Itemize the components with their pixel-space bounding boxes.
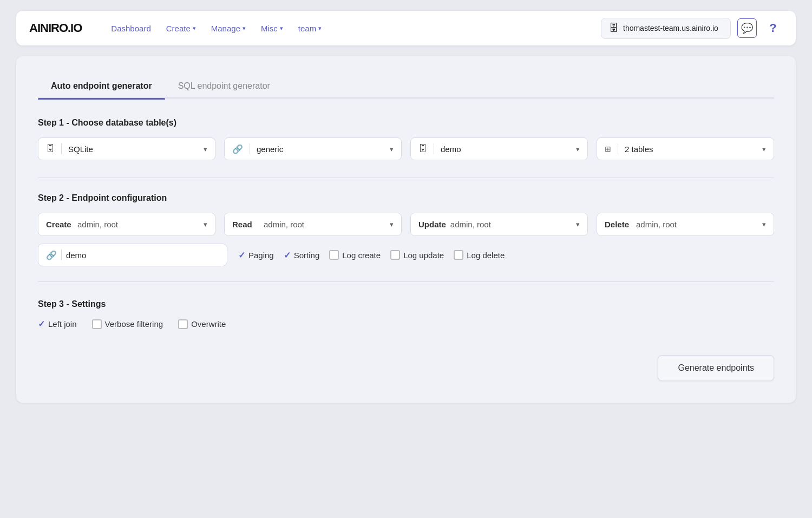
verbose-filtering-label: Verbose filtering bbox=[105, 319, 163, 329]
step1-dropdowns: 🗄 SQLite ▾ 🔗 generic ▾ 🗄 demo ▾ ⊞ 2 tab bbox=[38, 137, 774, 160]
question-icon: ? bbox=[769, 21, 776, 35]
sqlite-icon: 🗄 bbox=[46, 144, 55, 154]
log-delete-check[interactable]: Log delete bbox=[454, 250, 505, 260]
manage-chevron-icon: ▾ bbox=[243, 25, 246, 32]
sqlite-label: SQLite bbox=[68, 145, 93, 154]
step-divider-1 bbox=[38, 178, 774, 178]
read-chevron-icon: ▾ bbox=[390, 220, 394, 228]
tab-auto-endpoint[interactable]: Auto endpoint generator bbox=[38, 76, 165, 99]
log-delete-checkbox-icon bbox=[454, 250, 463, 260]
endpoint-input[interactable] bbox=[66, 251, 219, 260]
overwrite-label: Overwrite bbox=[191, 319, 226, 329]
generate-endpoints-button[interactable]: Generate endpoints bbox=[658, 355, 774, 381]
chat-button[interactable]: 💬 bbox=[737, 18, 757, 38]
paging-label: Paging bbox=[248, 251, 274, 260]
nav-misc[interactable]: Misc ▾ bbox=[256, 21, 289, 36]
update-value: admin, root bbox=[450, 220, 491, 229]
step2-section: Step 2 - Endpoint configuration Create a… bbox=[38, 193, 774, 266]
create-dropdown[interactable]: Create admin, root ▾ bbox=[38, 213, 215, 236]
team-chevron-icon: ▾ bbox=[318, 25, 322, 32]
log-create-check[interactable]: Log create bbox=[329, 250, 381, 260]
db-schema-dropdown[interactable]: 🔗 generic ▾ bbox=[224, 137, 402, 160]
link-icon: 🔗 bbox=[46, 250, 57, 260]
tab-sql-endpoint[interactable]: SQL endpoint generator bbox=[165, 76, 283, 99]
crud-dropdowns-row: Create admin, root ▾ Read admin, root ▾ … bbox=[38, 213, 774, 236]
endpoint-input-wrapper: 🔗 bbox=[38, 244, 227, 266]
tabs: Auto endpoint generator SQL endpoint gen… bbox=[38, 76, 774, 99]
tenant-label: thomastest-team.us.ainiro.io bbox=[623, 24, 718, 32]
tables-label: 2 tables bbox=[625, 145, 653, 154]
step3-section: Step 3 - Settings ✓ Left join Verbose fi… bbox=[38, 299, 774, 329]
nav-dashboard[interactable]: Dashboard bbox=[106, 21, 156, 36]
log-create-checkbox-icon bbox=[329, 250, 339, 260]
sqlite-chevron-icon: ▾ bbox=[204, 145, 207, 153]
database-icon: 🗄 bbox=[609, 23, 619, 34]
nav-team[interactable]: team ▾ bbox=[293, 21, 327, 36]
step3-heading: Step 3 - Settings bbox=[38, 299, 774, 309]
navbar: AINIRO.IO Dashboard Create ▾ Manage ▾ Mi… bbox=[16, 11, 796, 45]
left-join-checkmark-icon: ✓ bbox=[38, 319, 45, 329]
update-dropdown[interactable]: Update admin, root ▾ bbox=[410, 213, 588, 236]
misc-chevron-icon: ▾ bbox=[280, 25, 283, 32]
schema-chevron-icon: ▾ bbox=[390, 145, 394, 153]
separator bbox=[61, 250, 62, 260]
db-chevron-icon: ▾ bbox=[576, 145, 580, 153]
nav-manage[interactable]: Manage ▾ bbox=[206, 21, 251, 36]
db-name-dropdown[interactable]: 🗄 demo ▾ bbox=[410, 137, 588, 160]
tenant-selector[interactable]: 🗄 thomastest-team.us.ainiro.io bbox=[601, 18, 731, 39]
overwrite-check[interactable]: Overwrite bbox=[178, 319, 226, 329]
separator bbox=[250, 143, 250, 154]
log-create-label: Log create bbox=[342, 251, 381, 260]
tables-chevron-icon: ▾ bbox=[762, 145, 766, 153]
tables-dropdown[interactable]: ⊞ 2 tables ▾ bbox=[597, 137, 774, 160]
read-value: admin, root bbox=[264, 220, 304, 229]
logo: AINIRO.IO bbox=[29, 21, 82, 35]
log-update-label: Log update bbox=[403, 251, 444, 260]
step-divider-2 bbox=[38, 281, 774, 282]
sorting-label: Sorting bbox=[294, 251, 320, 260]
left-join-label: Left join bbox=[48, 319, 77, 329]
nav-create[interactable]: Create ▾ bbox=[161, 21, 201, 36]
chat-icon: 💬 bbox=[741, 22, 753, 34]
delete-label: Delete bbox=[605, 220, 632, 229]
help-button[interactable]: ? bbox=[763, 18, 783, 38]
step3-options-row: ✓ Left join Verbose filtering Overwrite bbox=[38, 319, 774, 329]
endpoint-options-row: 🔗 ✓ Paging ✓ Sorting Log create bbox=[38, 244, 774, 266]
nav-right: 🗄 thomastest-team.us.ainiro.io 💬 ? bbox=[601, 18, 783, 39]
verbose-filtering-check[interactable]: Verbose filtering bbox=[92, 319, 163, 329]
create-label: Create bbox=[46, 220, 73, 229]
delete-chevron-icon: ▾ bbox=[762, 220, 766, 228]
paging-check[interactable]: ✓ Paging bbox=[238, 250, 274, 260]
db-type-dropdown[interactable]: 🗄 SQLite ▾ bbox=[38, 137, 215, 160]
checkboxes-row: ✓ Paging ✓ Sorting Log create Log update bbox=[238, 250, 505, 260]
log-update-check[interactable]: Log update bbox=[390, 250, 444, 260]
nav-links: Dashboard Create ▾ Manage ▾ Misc ▾ team … bbox=[106, 21, 584, 36]
update-label: Update bbox=[418, 220, 446, 229]
log-update-checkbox-icon bbox=[390, 250, 400, 260]
schema-icon: 🔗 bbox=[232, 144, 243, 154]
update-chevron-icon: ▾ bbox=[576, 220, 580, 228]
main-card: Auto endpoint generator SQL endpoint gen… bbox=[16, 56, 796, 403]
schema-label: generic bbox=[257, 145, 283, 154]
separator bbox=[434, 143, 434, 154]
delete-value: admin, root bbox=[636, 220, 677, 229]
left-join-check[interactable]: ✓ Left join bbox=[38, 319, 77, 329]
db-name-label: demo bbox=[441, 145, 461, 154]
generate-btn-row: Generate endpoints bbox=[38, 355, 774, 381]
separator bbox=[618, 143, 618, 154]
create-value: admin, root bbox=[77, 220, 118, 229]
sorting-checkmark-icon: ✓ bbox=[284, 250, 291, 260]
sorting-check[interactable]: ✓ Sorting bbox=[284, 250, 320, 260]
paging-checkmark-icon: ✓ bbox=[238, 250, 245, 260]
delete-dropdown[interactable]: Delete admin, root ▾ bbox=[597, 213, 774, 236]
step1-heading: Step 1 - Choose database table(s) bbox=[38, 118, 774, 128]
create-chevron-icon: ▾ bbox=[193, 25, 196, 32]
separator bbox=[61, 143, 62, 154]
tables-icon: ⊞ bbox=[605, 145, 611, 153]
create-chevron-icon: ▾ bbox=[204, 220, 207, 228]
read-dropdown[interactable]: Read admin, root ▾ bbox=[224, 213, 402, 236]
step2-heading: Step 2 - Endpoint configuration bbox=[38, 193, 774, 203]
step1-section: Step 1 - Choose database table(s) 🗄 SQLi… bbox=[38, 118, 774, 160]
db-icon: 🗄 bbox=[418, 144, 427, 154]
verbose-filtering-checkbox-icon bbox=[92, 319, 102, 329]
